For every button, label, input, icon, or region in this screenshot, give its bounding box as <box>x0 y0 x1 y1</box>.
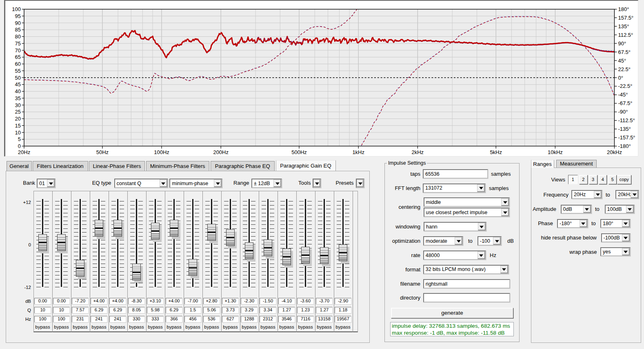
svg-text:180°: 180° <box>618 6 629 12</box>
svg-text:22.5°: 22.5° <box>618 66 631 72</box>
svg-text:20: 20 <box>15 116 21 122</box>
svg-text:10kHz: 10kHz <box>548 149 563 155</box>
svg-text:20kHz: 20kHz <box>607 149 622 155</box>
svg-text:1kHz: 1kHz <box>352 149 364 155</box>
svg-text:200Hz: 200Hz <box>213 149 229 155</box>
svg-text:45: 45 <box>15 81 21 87</box>
svg-text:0: 0 <box>18 143 21 149</box>
svg-text:90°: 90° <box>618 40 626 47</box>
svg-text:-67.5°: -67.5° <box>618 100 633 106</box>
svg-text:95: 95 <box>15 13 21 19</box>
svg-text:5kHz: 5kHz <box>490 149 502 155</box>
svg-text:50Hz: 50Hz <box>96 149 109 155</box>
svg-text:-45°: -45° <box>618 92 628 98</box>
svg-text:10: 10 <box>15 130 21 136</box>
svg-text:2kHz: 2kHz <box>411 149 424 155</box>
svg-text:5: 5 <box>18 136 21 142</box>
svg-text:80: 80 <box>15 34 21 40</box>
svg-text:75: 75 <box>15 40 21 47</box>
svg-text:0°: 0° <box>618 75 623 81</box>
svg-text:-135°: -135° <box>618 126 631 132</box>
svg-text:70: 70 <box>15 47 21 54</box>
svg-text:50: 50 <box>15 75 21 81</box>
svg-text:500Hz: 500Hz <box>291 149 307 155</box>
svg-text:60: 60 <box>15 61 21 67</box>
svg-text:157.5°: 157.5° <box>618 15 634 21</box>
svg-text:-22.5°: -22.5° <box>618 83 633 89</box>
svg-text:-157.5°: -157.5° <box>618 134 635 141</box>
svg-text:45°: 45° <box>618 58 626 64</box>
svg-text:65: 65 <box>15 54 21 60</box>
svg-text:90: 90 <box>15 20 21 26</box>
svg-text:-180°: -180° <box>618 143 631 149</box>
svg-text:85: 85 <box>15 27 21 33</box>
svg-text:-90°: -90° <box>618 109 628 115</box>
svg-text:67.5°: 67.5° <box>618 49 631 55</box>
svg-text:-112.5°: -112.5° <box>618 117 635 123</box>
svg-text:40: 40 <box>15 88 21 94</box>
svg-text:100Hz: 100Hz <box>154 149 169 155</box>
svg-text:20Hz: 20Hz <box>18 149 30 155</box>
svg-text:30: 30 <box>15 102 21 108</box>
svg-text:100: 100 <box>12 6 21 12</box>
svg-text:55: 55 <box>15 68 21 74</box>
svg-text:135°: 135° <box>618 23 629 29</box>
svg-text:112.5°: 112.5° <box>618 32 633 38</box>
svg-text:25: 25 <box>15 109 21 115</box>
svg-text:15: 15 <box>15 123 21 129</box>
svg-text:35: 35 <box>15 95 21 101</box>
